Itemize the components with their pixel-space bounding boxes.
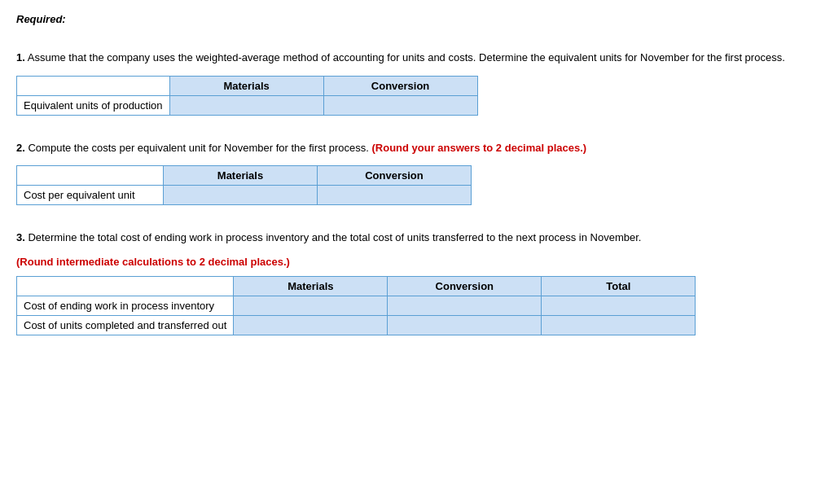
q3-conversion-header: Conversion	[388, 276, 542, 296]
q1-text: 1. Assume that the company uses the weig…	[16, 50, 818, 66]
q1-row-label: Equivalent units of production	[17, 95, 170, 115]
q3-row2-conversion-cell[interactable]	[388, 315, 542, 335]
required-section: Required:	[16, 13, 818, 25]
q2-materials-input-cell[interactable]	[164, 186, 318, 205]
q2-conversion-input-cell[interactable]	[318, 186, 472, 205]
q2-row-label: Cost per equivalent unit	[17, 186, 164, 205]
q2-red-text: (Round your answers to 2 decimal places.…	[371, 142, 586, 154]
q1-materials-input-cell[interactable]	[169, 95, 323, 115]
q2-empty-header	[17, 166, 164, 186]
q2-materials-input[interactable]	[170, 189, 310, 201]
q2-conversion-header: Conversion	[318, 166, 472, 186]
q3-total-header: Total	[542, 276, 696, 296]
q3-body: Determine the total cost of ending work …	[28, 231, 641, 243]
table-row: Cost per equivalent unit	[17, 186, 472, 205]
q2-text: 2. Compute the costs per equivalent unit…	[16, 140, 818, 156]
q3-row2-total-cell[interactable]	[542, 315, 696, 335]
q3-row2-total-input[interactable]	[548, 319, 688, 331]
q3-red-text: (Round intermediate calculations to 2 de…	[16, 256, 818, 268]
q3-row2-materials-cell[interactable]	[234, 315, 388, 335]
q2-number: 2.	[16, 142, 25, 154]
q3-row1-total-input[interactable]	[548, 300, 688, 312]
table-row: Equivalent units of production	[17, 95, 478, 115]
question-2-section: 2. Compute the costs per equivalent unit…	[16, 140, 818, 206]
q1-conversion-input[interactable]	[331, 99, 471, 112]
q3-empty-header	[17, 276, 234, 296]
q3-text: 3. Determine the total cost of ending wo…	[16, 230, 818, 246]
q1-conversion-header: Conversion	[323, 76, 477, 95]
q2-table: Materials Conversion Cost per equivalent…	[16, 165, 472, 205]
question-1-section: 1. Assume that the company uses the weig…	[16, 50, 818, 116]
q3-number: 3.	[16, 231, 25, 243]
q3-table: Materials Conversion Total Cost of endin…	[16, 276, 696, 335]
q3-materials-header: Materials	[234, 276, 388, 296]
q2-conversion-input[interactable]	[324, 189, 464, 201]
q3-row1-conversion-input[interactable]	[394, 300, 534, 312]
question-3-section: 3. Determine the total cost of ending wo…	[16, 230, 818, 335]
q3-row2-conversion-input[interactable]	[394, 319, 534, 331]
q1-table: Materials Conversion Equivalent units of…	[16, 76, 478, 116]
q2-materials-header: Materials	[164, 166, 318, 186]
q3-row2-materials-input[interactable]	[240, 319, 380, 331]
q1-materials-input[interactable]	[177, 99, 317, 112]
q3-row1-materials-input[interactable]	[240, 300, 380, 312]
q1-empty-header	[17, 76, 170, 95]
q1-body: Assume that the company uses the weighte…	[28, 51, 785, 64]
required-label: Required:	[16, 13, 818, 25]
q1-number: 1.	[16, 51, 25, 64]
q1-conversion-input-cell[interactable]	[323, 95, 477, 115]
q3-row2-label: Cost of units completed and transferred …	[17, 315, 234, 335]
q3-row1-conversion-cell[interactable]	[388, 296, 542, 315]
q3-row1-total-cell[interactable]	[542, 296, 696, 315]
q3-row1-label: Cost of ending work in process inventory	[17, 296, 234, 315]
table-row: Cost of units completed and transferred …	[17, 315, 696, 335]
table-row: Cost of ending work in process inventory	[17, 296, 696, 315]
q2-body: Compute the costs per equivalent unit fo…	[28, 142, 368, 154]
q1-materials-header: Materials	[169, 76, 323, 95]
q3-row1-materials-cell[interactable]	[234, 296, 388, 315]
